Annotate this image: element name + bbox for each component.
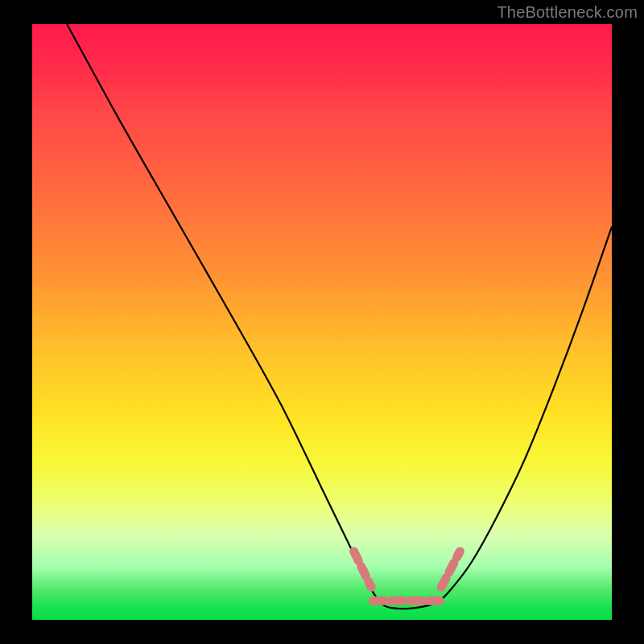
optimal-band xyxy=(354,551,460,601)
bottleneck-curve xyxy=(67,24,612,609)
chart-svg xyxy=(32,24,612,620)
watermark-text: TheBottleneck.com xyxy=(497,3,638,22)
plot-area xyxy=(32,24,612,620)
bottleneck-curve-path xyxy=(67,24,612,609)
optimal-band-segment xyxy=(354,551,372,587)
chart-frame: TheBottleneck.com xyxy=(0,0,644,644)
